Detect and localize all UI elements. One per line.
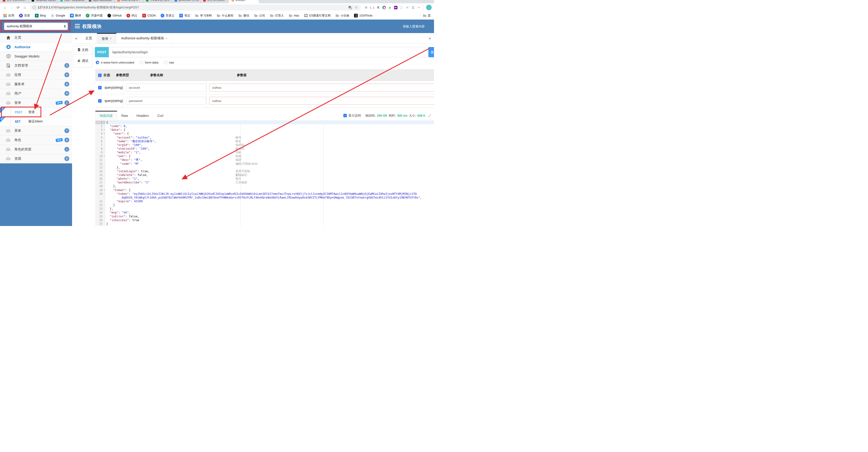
bookmark-item[interactable]: GitHub (107, 14, 122, 18)
browser-tab[interactable]: github push 文件保… (172, 0, 200, 3)
home-icon[interactable]: ⌂ (22, 5, 27, 10)
browser-tab[interactable]: 日常版本迭代需求… (143, 0, 172, 3)
close-tab-icon[interactable]: × (166, 37, 167, 40)
bookmark-item[interactable]: 小目标 (335, 14, 349, 18)
sidebar-endpoint-验证token[interactable]: NEWGET验证token (0, 117, 72, 126)
hamburger-icon[interactable] (75, 24, 80, 28)
browser-tab[interactable]: https://dashboard… (86, 0, 114, 3)
sidebar-item-菜单[interactable]: API菜单7 (0, 126, 72, 136)
sidebar-item-用户[interactable]: API用户9 (0, 89, 72, 98)
bookmark-item[interactable]: ∞百度云 (161, 14, 175, 18)
api-path-input[interactable] (109, 47, 428, 57)
m-down-icon[interactable]: M (405, 6, 409, 9)
body-type-radio[interactable]: form-data (140, 61, 158, 64)
bookmark-item[interactable]: ES搜索引擎文档 (304, 14, 331, 18)
browser-tab[interactable]: Land - JumpServer… (57, 0, 86, 3)
response-tab-Raw[interactable]: Raw (117, 111, 132, 120)
globe-icon[interactable]: ◍ (388, 6, 392, 9)
fullscreen-icon[interactable]: ⤢ (428, 114, 431, 117)
bookmark-item[interactable]: 10241024Tools (354, 14, 372, 18)
page-ext-icon[interactable]: 回 (364, 6, 368, 9)
row-checkbox[interactable]: ✓ (98, 99, 101, 103)
bookmark-item[interactable]: mac (289, 14, 300, 18)
response-tab-Curl[interactable]: Curl (153, 111, 168, 120)
sidebar-item-服务表[interactable]: API服务表6 (0, 80, 72, 89)
bookmark-item[interactable]: C开源中国 (86, 14, 102, 18)
rp-icon[interactable]: RP (394, 6, 398, 9)
expand-tabs-icon[interactable]: » (426, 33, 434, 44)
sidebar-endpoint-登录[interactable]: NEWPOST登录 (0, 108, 72, 117)
fold-icon[interactable]: ▾ (104, 132, 105, 136)
row-checkbox[interactable]: ✓ (98, 86, 101, 89)
browser-tab-strip[interactable]: 首页 注册/32000…Temporary Interact…Land - Ju… (0, 0, 434, 3)
reload-icon[interactable]: ⟳ (16, 5, 21, 10)
header-search-input[interactable] (388, 24, 425, 29)
profile-avatar[interactable] (426, 5, 432, 10)
bookmark-item[interactable]: GGoogle (51, 14, 65, 18)
bookmark-item[interactable]: 学习资料 (195, 14, 212, 18)
fold-icon[interactable]: ▾ (104, 120, 105, 124)
body-type-radio[interactable]: x-www-form-urlencoded (96, 61, 134, 64)
send-button[interactable]: 发送 (428, 47, 434, 57)
bookmark-item[interactable]: 应用 (3, 14, 14, 18)
bookmark-item[interactable]: ✎笔记 (179, 14, 190, 18)
bookmark-item[interactable]: 公司 (254, 14, 265, 18)
bookmark-item[interactable]: 什么都有 (217, 14, 234, 18)
star-icon[interactable]: ☆ (354, 6, 358, 9)
fold-icon[interactable]: ▾ (104, 188, 105, 192)
param-value-input[interactable] (209, 84, 434, 91)
address-bar[interactable]: i 127.0.0.1:8760/api/gate/doc.html#/auth… (30, 4, 361, 10)
content-tab-登录[interactable]: 登录× (97, 33, 117, 44)
sidebar-item-角色的资源[interactable]: API角色的资源1 (0, 145, 72, 154)
chrome-icon[interactable] (382, 6, 386, 9)
response-tab-响应内容[interactable]: 响应内容 (95, 111, 117, 120)
param-name-input[interactable] (126, 97, 206, 105)
browser-tab[interactable]: 分支代码 (pack)… (200, 0, 229, 3)
select-all-checkbox[interactable]: ✓ (98, 74, 101, 77)
translate-icon[interactable]: G文 (348, 6, 352, 9)
browser-tab[interactable]: Redis 命令参考… (114, 0, 143, 3)
sidebar-item-主页[interactable]: 主页 (0, 33, 72, 43)
fold-icon[interactable]: ▾ (104, 128, 105, 132)
tab-doc[interactable]: 文档 (73, 46, 93, 54)
sidebar-item-Authorize[interactable]: Authorize (0, 43, 72, 52)
close-tab-icon[interactable]: × (110, 37, 112, 40)
en-translate-icon[interactable]: 英 (376, 6, 380, 9)
sidebar-item-Swagger Models[interactable]: Swagger Models (0, 52, 72, 61)
sidebar-item-应用[interactable]: API应用5 (0, 70, 72, 80)
fold-icon[interactable]: ▾ (104, 154, 105, 158)
forward-icon[interactable]: → (9, 5, 14, 10)
browser-tab[interactable]: 首页 注册/32000… (0, 0, 29, 3)
project-select[interactable]: authority-权限模块 (4, 23, 68, 30)
body-type-radio[interactable]: raw (164, 61, 174, 64)
site-info-icon[interactable]: i (33, 6, 36, 9)
asterisk-icon[interactable]: ✳ (417, 6, 421, 9)
bookmark-item[interactable]: CCSDN (142, 14, 156, 18)
browser-tab[interactable]: 权限模块 (229, 0, 259, 3)
response-tab-Headers[interactable]: Headers (132, 111, 153, 120)
collapse-tabs-icon[interactable]: « (72, 33, 81, 44)
bookmark-item[interactable]: 百百度 (19, 14, 30, 18)
sidebar-item-资源[interactable]: API资源6 (0, 154, 72, 163)
show-desc-checkbox[interactable]: ✓ (343, 114, 347, 117)
bookmark-item[interactable]: G码云 (126, 14, 137, 18)
bookmark-item[interactable]: 其 (423, 14, 431, 18)
content-tab-Authorize-authority-权限模块[interactable]: Authorize-authority-权限模块× (117, 33, 172, 44)
sidebar-item-角色[interactable]: API角色NEW8 (0, 136, 72, 145)
back-icon[interactable]: ← (2, 5, 8, 10)
bookmark-item[interactable]: 译翻译 (70, 14, 81, 18)
bookmark-item[interactable]: 已导入 (270, 14, 284, 18)
tab-debug[interactable]: 调试 (73, 54, 93, 67)
json-brackets-icon[interactable]: {…} (370, 6, 374, 9)
gitzip-icon[interactable]: GitZip (411, 6, 415, 9)
browser-tab[interactable]: Temporary Interact… (29, 0, 57, 3)
bookmark-item[interactable]: 微信 (238, 14, 249, 18)
param-value-input[interactable] (209, 97, 434, 105)
response-json-editor[interactable]: 1▾{2 "code": 0,3▾ "data": {4▾ "user": {5… (95, 120, 434, 226)
bookmark-item[interactable]: bBing (35, 14, 46, 18)
oval-icon[interactable]: ◯ (400, 6, 403, 9)
content-tab-主页[interactable]: 主页 (81, 33, 97, 44)
sidebar-item-文档管理[interactable]: 文档管理3 (0, 61, 72, 70)
param-name-input[interactable] (126, 84, 206, 91)
sidebar-item-登录[interactable]: API登录NEW2 (0, 98, 72, 108)
